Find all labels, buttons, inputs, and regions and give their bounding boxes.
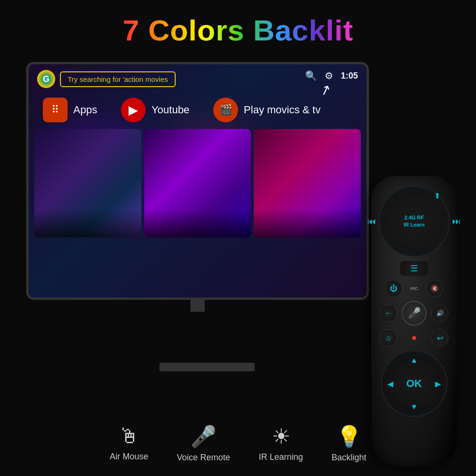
next-button[interactable]: ⏭	[452, 217, 461, 227]
tv-search-bar: Try searching for 'action movies	[60, 71, 176, 87]
remote-center-label: 2.4G RF IR Learn	[404, 214, 425, 229]
cursor-icon: ⬆	[434, 191, 440, 200]
mic-button[interactable]: 🎤	[402, 301, 426, 326]
media-thumbnails	[29, 126, 367, 240]
app-row: ⠿ Apps ▶ Youtube 🎬 Play movics & tv	[29, 94, 367, 126]
led-dot	[412, 336, 416, 340]
ok-right-button[interactable]: ▶	[435, 379, 441, 388]
page-title: 7 Colors Backlit	[123, 14, 354, 47]
return-button[interactable]: ↩	[431, 329, 448, 347]
feature-backlight: 💡 Backlight	[332, 424, 367, 463]
spacer: MIC	[407, 286, 421, 291]
tv-screen: G Try searching for 'action movies 🔍 ⚙ 1…	[26, 62, 369, 300]
tv-stand-base	[159, 363, 255, 371]
tv-topbar: G Try searching for 'action movies 🔍 ⚙ 1…	[29, 64, 367, 94]
power-button[interactable]: ⏻	[385, 280, 402, 297]
power-vol-row: ⏻ MIC 🔇	[378, 280, 450, 297]
home-row: ⌂ ↩	[378, 329, 450, 347]
remote-body: ⬆ 2.4G RF IR Learn ⏮ ⏭ ☰ ⏻ MIC 🔇	[371, 176, 457, 466]
apps-label: Apps	[73, 104, 97, 116]
remote-top-ring: ⬆ 2.4G RF IR Learn ⏮ ⏭	[378, 186, 450, 257]
backlight-label: Backlight	[332, 453, 367, 463]
ok-ring: ▲ ◀ OK ▶ ▼	[381, 350, 447, 417]
menu-button[interactable]: ☰	[400, 261, 428, 276]
vol-up-icon: 🔊	[436, 310, 444, 317]
google-assistant-icon: G	[37, 70, 55, 88]
app-item-youtube: ▶ Youtube	[121, 98, 189, 122]
vol-up-button[interactable]: 🔊	[431, 305, 448, 322]
backlight-icon: 💡	[336, 424, 362, 449]
air-mouse-label: Air Mouse	[109, 452, 148, 462]
power-icon: ⏻	[390, 284, 397, 293]
home-spacer	[402, 336, 426, 340]
ir-learning-icon: ☀	[272, 424, 290, 448]
home-icon: ⌂	[386, 334, 391, 342]
ok-button[interactable]: OK	[407, 377, 422, 390]
voice-remote-label: Voice Remote	[177, 453, 230, 463]
thumb-2-overlay	[144, 209, 251, 238]
app-item-movies: 🎬 Play movics & tv	[213, 98, 320, 122]
movies-label: Play movics & tv	[244, 104, 320, 116]
menu-icon: ☰	[410, 263, 418, 274]
air-mouse-icon: 🖱	[119, 424, 139, 448]
tv-stand-neck	[190, 300, 205, 312]
tv-screen-inner: G Try searching for 'action movies 🔍 ⚙ 1…	[29, 64, 367, 298]
mute-button[interactable]: 🔇	[426, 280, 443, 297]
mic-label: MIC	[407, 286, 421, 291]
thumb-1	[34, 129, 141, 238]
return-icon: ↩	[437, 334, 443, 343]
back-button[interactable]: ←	[380, 305, 397, 322]
thumb-3-overlay	[254, 209, 361, 238]
thumb-2	[144, 129, 251, 238]
app-item-apps: ⠿ Apps	[43, 98, 97, 122]
mute-icon: 🔇	[431, 285, 438, 292]
thumb-3	[254, 129, 361, 238]
home-button[interactable]: ⌂	[380, 329, 397, 347]
tv-topbar-right: 🔍 ⚙ 1:05	[305, 70, 358, 81]
prev-button[interactable]: ⏮	[367, 217, 376, 227]
youtube-label: Youtube	[151, 104, 189, 116]
movies-icon: 🎬	[213, 98, 238, 122]
feature-ir-learning: ☀ IR Learning	[258, 424, 303, 463]
features-section: 🖱 Air Mouse 🎤 Voice Remote ☀ IR Learning…	[0, 424, 476, 463]
mic-row: ← 🎤 🔊	[378, 301, 450, 326]
apps-icon: ⠿	[43, 98, 68, 122]
ir-learning-label: IR Learning	[258, 452, 303, 462]
mic-icon: 🎤	[408, 307, 421, 319]
back-icon: ←	[385, 309, 392, 317]
thumb-1-overlay	[34, 209, 141, 238]
feature-voice-remote: 🎤 Voice Remote	[177, 424, 230, 463]
tv-stand-neck-wrapper	[26, 300, 369, 312]
youtube-icon: ▶	[121, 98, 146, 122]
feature-air-mouse: 🖱 Air Mouse	[109, 424, 148, 463]
tv-container: G Try searching for 'action movies 🔍 ⚙ 1…	[26, 62, 369, 328]
ok-up-button[interactable]: ▲	[410, 356, 418, 365]
search-icon: 🔍	[305, 70, 317, 81]
time-display: 1:05	[341, 71, 358, 81]
settings-icon: ⚙	[325, 70, 333, 81]
title-section: 7 Colors Backlit	[0, 0, 476, 56]
voice-remote-icon: 🎤	[190, 424, 217, 449]
ok-left-button[interactable]: ◀	[387, 379, 393, 388]
ok-down-button[interactable]: ▼	[410, 403, 418, 411]
